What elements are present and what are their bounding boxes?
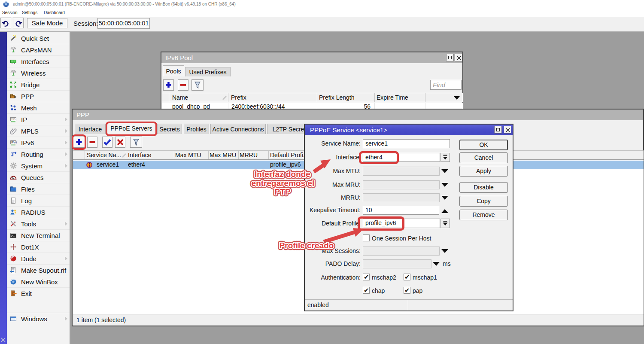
- svg-text:IPv6: IPv6: [11, 141, 17, 144]
- svg-text:255: 255: [11, 118, 16, 121]
